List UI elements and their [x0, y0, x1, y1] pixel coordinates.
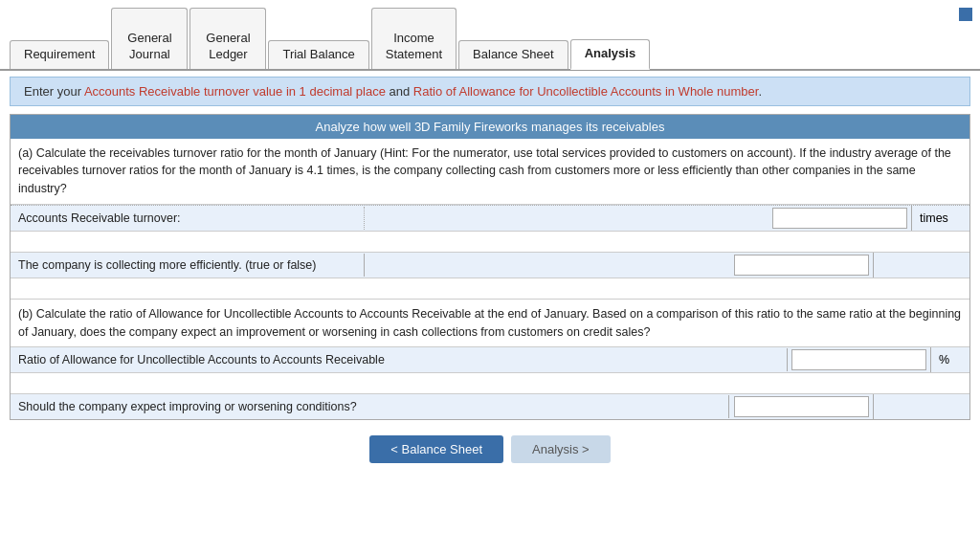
section-header: Analyze how well 3D Family Fireworks man…: [11, 115, 969, 139]
tab-label: Analysis: [585, 46, 635, 60]
ar-label-text: Accounts Receivable turnover:: [18, 211, 181, 225]
ar-turnover-row: Accounts Receivable turnover: times: [11, 205, 969, 232]
part-b-description-row: (b) Calculate the ratio of Allowance for…: [11, 300, 969, 348]
truefalse-input[interactable]: [734, 255, 869, 276]
ratio-row: Ratio of Allowance for Uncollectible Acc…: [11, 347, 969, 373]
tab-analysis[interactable]: Analysis: [570, 39, 650, 70]
main-content: Analyze how well 3D Family Fireworks man…: [10, 114, 970, 421]
tab-general-journal[interactable]: General Journal: [111, 8, 188, 69]
should-extra: [874, 402, 969, 411]
tab-label: Requirement: [24, 47, 95, 61]
part-a-description: (a) Calculate the receivables turnover r…: [11, 139, 969, 204]
truefalse-row: The company is collecting more efficient…: [11, 253, 969, 278]
top-right-badge: [959, 8, 972, 21]
ar-unit: times: [912, 207, 969, 230]
ratio-input-wrapper: [788, 347, 931, 372]
tab-balance-sheet[interactable]: Balance Sheet: [458, 40, 568, 69]
truefalse-label: The company is collecting more efficient…: [11, 254, 365, 277]
ar-unit-text: times: [920, 211, 948, 225]
ratio-input[interactable]: [791, 349, 926, 370]
truefalse-input-wrapper: [730, 253, 874, 278]
next-button[interactable]: Analysis >: [511, 435, 611, 463]
tabs-container: Requirement General Journal General Ledg…: [0, 0, 980, 71]
back-button[interactable]: < Balance Sheet: [369, 435, 503, 463]
tab-label: Income Statement: [386, 31, 442, 61]
info-banner: Enter your Accounts Receivable turnover …: [10, 77, 970, 106]
part-a-description-row: (a) Calculate the receivables turnover r…: [11, 139, 969, 205]
ar-turnover-input[interactable]: [772, 208, 907, 229]
part-b-description: (b) Calculate the ratio of Allowance for…: [11, 300, 969, 347]
ratio-unit-text: %: [939, 353, 949, 366]
bottom-nav: < Balance Sheet Analysis >: [0, 435, 980, 482]
tab-trial-balance[interactable]: Trial Balance: [268, 40, 368, 69]
tab-label: Balance Sheet: [473, 47, 554, 61]
ratio-label: Ratio of Allowance for Uncollectible Acc…: [11, 348, 788, 371]
ratio-unit: %: [931, 348, 969, 371]
truefalse-label-text: The company is collecting more efficient…: [18, 258, 316, 272]
should-input-wrapper: [730, 394, 874, 419]
ar-turnover-label: Accounts Receivable turnover:: [11, 207, 365, 230]
truefalse-extra: [874, 260, 969, 270]
should-label: Should the company expect improving or w…: [11, 395, 729, 418]
should-input[interactable]: [734, 396, 869, 417]
spacer-row-2: [11, 278, 969, 300]
tab-income-statement[interactable]: Income Statement: [371, 8, 457, 69]
tab-label: Trial Balance: [282, 47, 354, 61]
ar-input-wrapper: [768, 206, 912, 231]
part-a-text: (a) Calculate the receivables turnover r…: [18, 146, 951, 196]
highlight-ratio: Ratio of Allowance for Uncollectible Acc…: [413, 84, 759, 99]
should-row: Should the company expect improving or w…: [11, 394, 969, 419]
should-label-text: Should the company expect improving or w…: [18, 400, 357, 413]
tab-general-ledger[interactable]: General Ledger: [189, 8, 266, 69]
highlight-ar: Accounts Receivable turnover value in 1 …: [84, 84, 386, 99]
tab-requirement[interactable]: Requirement: [10, 40, 109, 69]
spacer-row-3: [11, 373, 969, 394]
ratio-label-text: Ratio of Allowance for Uncollectible Acc…: [18, 353, 385, 366]
tab-label: General Ledger: [206, 31, 250, 61]
section-header-text: Analyze how well 3D Family Fireworks man…: [316, 120, 665, 134]
part-b-text: (b) Calculate the ratio of Allowance for…: [18, 307, 961, 339]
tab-label: General Journal: [127, 31, 171, 61]
next-button-label: Analysis >: [532, 442, 590, 456]
back-button-label: < Balance Sheet: [390, 442, 482, 456]
spacer-row-1: [11, 232, 969, 253]
